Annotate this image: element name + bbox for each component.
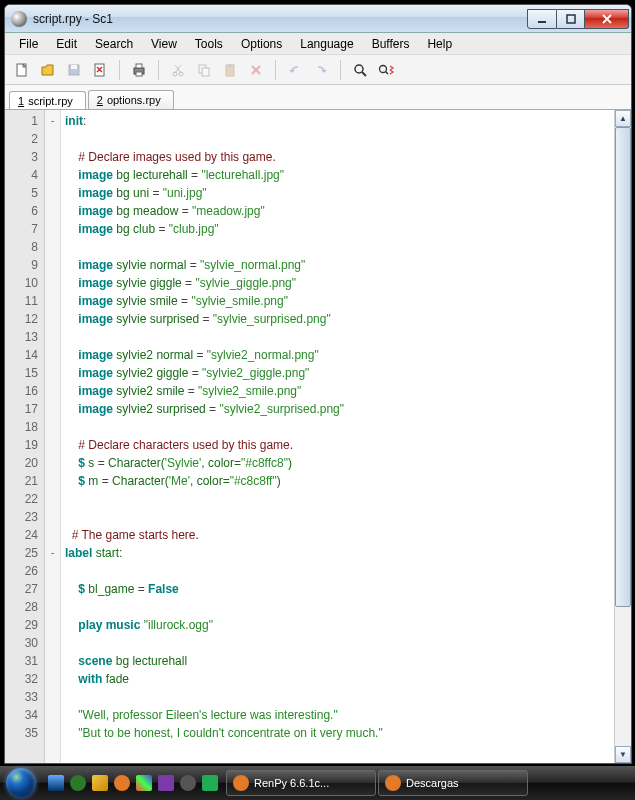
cut-icon <box>167 59 189 81</box>
editor: 1234567891011121314151617181920212223242… <box>5 109 631 763</box>
taskbar-task[interactable]: Descargas <box>378 770 528 796</box>
code-line[interactable]: image bg club = "club.jpg" <box>65 220 610 238</box>
close-file-icon[interactable] <box>89 59 111 81</box>
code-line[interactable]: image sylvie2 giggle = "sylvie2_giggle.p… <box>65 364 610 382</box>
svg-rect-1 <box>567 15 575 23</box>
code-line[interactable]: "But to be honest, I couldn't concentrat… <box>65 724 610 742</box>
task-icon <box>385 775 401 791</box>
menu-file[interactable]: File <box>11 35 46 53</box>
task-label: RenPy 6.6.1c... <box>254 777 329 789</box>
code-line[interactable]: image sylvie surprised = "sylvie_surpris… <box>65 310 610 328</box>
taskbar-task[interactable]: RenPy 6.6.1c... <box>226 770 376 796</box>
tab-script-rpy[interactable]: 1 script.rpy <box>9 91 86 110</box>
tab-options-rpy[interactable]: 2 options.rpy <box>88 90 174 109</box>
code-line[interactable]: image sylvie smile = "sylvie_smile.png" <box>65 292 610 310</box>
minimize-button[interactable] <box>527 9 557 29</box>
code-line[interactable]: image bg lecturehall = "lecturehall.jpg" <box>65 166 610 184</box>
task-label: Descargas <box>406 777 459 789</box>
separator <box>340 60 341 80</box>
print-icon[interactable] <box>128 59 150 81</box>
quick-launch <box>46 772 220 794</box>
code-line[interactable]: image bg uni = "uni.jpg" <box>65 184 610 202</box>
undo-icon <box>284 59 306 81</box>
titlebar[interactable]: script.rpy - Sc1 <box>5 5 631 33</box>
svg-rect-12 <box>202 68 209 76</box>
menu-help[interactable]: Help <box>419 35 460 53</box>
line-gutter[interactable]: 1234567891011121314151617181920212223242… <box>5 110 45 763</box>
quick-launch-item[interactable] <box>46 772 66 794</box>
code-area[interactable]: init: # Declare images used by this game… <box>61 110 614 763</box>
svg-rect-8 <box>136 72 142 76</box>
new-file-icon[interactable] <box>11 59 33 81</box>
delete-icon <box>245 59 267 81</box>
code-line[interactable]: image sylvie normal = "sylvie_normal.png… <box>65 256 610 274</box>
taskbar[interactable]: RenPy 6.6.1c...Descargas <box>0 766 635 800</box>
start-button[interactable] <box>0 766 42 800</box>
quick-launch-item[interactable] <box>112 772 132 794</box>
scroll-thumb[interactable] <box>615 127 631 607</box>
code-line[interactable]: image bg meadow = "meadow.jpg" <box>65 202 610 220</box>
quick-launch-item[interactable] <box>90 772 110 794</box>
menu-search[interactable]: Search <box>87 35 141 53</box>
menu-tools[interactable]: Tools <box>187 35 231 53</box>
code-line[interactable]: # Declare images used by this game. <box>65 148 610 166</box>
menu-view[interactable]: View <box>143 35 185 53</box>
code-line[interactable] <box>65 328 610 346</box>
find-icon[interactable] <box>349 59 371 81</box>
save-icon <box>63 59 85 81</box>
tabbar: 1 script.rpy2 options.rpy <box>5 85 631 109</box>
window-title: script.rpy - Sc1 <box>33 12 527 26</box>
quick-launch-item[interactable] <box>156 772 176 794</box>
code-line[interactable]: $ m = Character('Me', color="#c8c8ff") <box>65 472 610 490</box>
code-line[interactable] <box>65 598 610 616</box>
code-line[interactable] <box>65 130 610 148</box>
open-icon[interactable] <box>37 59 59 81</box>
code-line[interactable]: $ s = Character('Sylvie', color="#c8ffc8… <box>65 454 610 472</box>
code-line[interactable] <box>65 634 610 652</box>
code-line[interactable]: image sylvie2 surprised = "sylvie2_surpr… <box>65 400 610 418</box>
code-line[interactable]: image sylvie giggle = "sylvie_giggle.png… <box>65 274 610 292</box>
quick-launch-item[interactable] <box>178 772 198 794</box>
quick-launch-item[interactable] <box>134 772 154 794</box>
code-line[interactable]: # The game starts here. <box>65 526 610 544</box>
redo-icon <box>310 59 332 81</box>
code-line[interactable] <box>65 688 610 706</box>
code-line[interactable]: "Well, professor Eileen's lecture was in… <box>65 706 610 724</box>
menu-buffers[interactable]: Buffers <box>364 35 418 53</box>
svg-rect-14 <box>228 64 232 67</box>
fold-column[interactable]: -- <box>45 110 61 763</box>
scroll-up-icon[interactable]: ▲ <box>615 110 631 127</box>
code-line[interactable]: $ bl_game = False <box>65 580 610 598</box>
close-button[interactable] <box>585 9 629 29</box>
scroll-down-icon[interactable]: ▼ <box>615 746 631 763</box>
replace-icon[interactable] <box>375 59 397 81</box>
menu-options[interactable]: Options <box>233 35 290 53</box>
code-line[interactable] <box>65 562 610 580</box>
code-line[interactable]: scene bg lecturehall <box>65 652 610 670</box>
quick-launch-item[interactable] <box>200 772 220 794</box>
code-line[interactable] <box>65 508 610 526</box>
windows-orb-icon <box>6 768 36 798</box>
code-line[interactable]: with fade <box>65 670 610 688</box>
separator <box>275 60 276 80</box>
svg-rect-4 <box>71 65 77 69</box>
menu-edit[interactable]: Edit <box>48 35 85 53</box>
code-line[interactable] <box>65 490 610 508</box>
code-line[interactable]: image sylvie2 smile = "sylvie2_smile.png… <box>65 382 610 400</box>
separator <box>158 60 159 80</box>
code-line[interactable]: init: <box>65 112 610 130</box>
menubar: FileEditSearchViewToolsOptionsLanguageBu… <box>5 33 631 55</box>
code-line[interactable] <box>65 418 610 436</box>
vertical-scrollbar[interactable]: ▲ ▼ <box>614 110 631 763</box>
code-line[interactable]: image sylvie2 normal = "sylvie2_normal.p… <box>65 346 610 364</box>
code-line[interactable] <box>65 238 610 256</box>
menu-language[interactable]: Language <box>292 35 361 53</box>
app-icon <box>11 11 27 27</box>
maximize-button[interactable] <box>557 9 585 29</box>
quick-launch-item[interactable] <box>68 772 88 794</box>
svg-rect-0 <box>538 21 546 23</box>
code-line[interactable]: # Declare characters used by this game. <box>65 436 610 454</box>
toolbar <box>5 55 631 85</box>
code-line[interactable]: label start: <box>65 544 610 562</box>
code-line[interactable]: play music "illurock.ogg" <box>65 616 610 634</box>
